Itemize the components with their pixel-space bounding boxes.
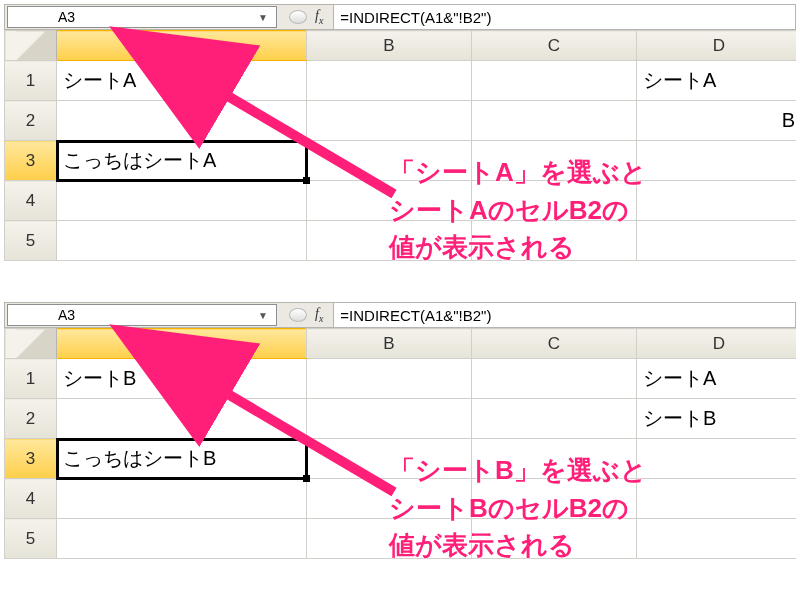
row-header-3[interactable]: 3 [5, 439, 57, 479]
formula-bar: A3 ▼ fx =INDIRECT(A1&"!B2") [4, 4, 796, 30]
cell-B3[interactable] [307, 439, 472, 479]
row-header-1[interactable]: 1 [5, 359, 57, 399]
cell-C1[interactable] [472, 61, 637, 101]
col-header-B[interactable]: B [307, 31, 472, 61]
cell-A4[interactable] [57, 479, 307, 519]
row-header-2[interactable]: 2 [5, 101, 57, 141]
cell-C3[interactable] [472, 141, 637, 181]
cell-C1[interactable] [472, 359, 637, 399]
row-header-5[interactable]: 5 [5, 519, 57, 559]
cell-D2[interactable]: B [637, 101, 801, 141]
row-header-1[interactable]: 1 [5, 61, 57, 101]
col-header-B[interactable]: B [307, 329, 472, 359]
col-header-D[interactable]: D [637, 31, 801, 61]
cell-D3[interactable] [637, 439, 801, 479]
select-all-corner[interactable] [5, 329, 57, 359]
cell-B1[interactable] [307, 359, 472, 399]
formula-text: =INDIRECT(A1&"!B2") [340, 307, 491, 324]
formula-input[interactable]: =INDIRECT(A1&"!B2") [333, 303, 795, 327]
cell-B3[interactable] [307, 141, 472, 181]
formula-buttons: fx [279, 5, 333, 29]
col-header-A[interactable]: A [57, 31, 307, 61]
cell-A1[interactable]: シートA [57, 61, 307, 101]
cell-A5[interactable] [57, 221, 307, 261]
col-header-A[interactable]: A [57, 329, 307, 359]
row-header-4[interactable]: 4 [5, 479, 57, 519]
name-box-value: A3 [58, 9, 75, 25]
cell-A3[interactable]: こっちはシートB [57, 439, 307, 479]
cell-B2[interactable] [307, 399, 472, 439]
cell-C3[interactable] [472, 439, 637, 479]
cancel-icon[interactable] [289, 10, 307, 24]
name-box-value: A3 [58, 307, 75, 323]
spreadsheet-grid-bottom[interactable]: A B C D 1 シートB シートA 2 シートB 3 こっちは [4, 328, 796, 559]
cell-A2[interactable] [57, 399, 307, 439]
cell-D3[interactable] [637, 141, 801, 181]
row-header-3[interactable]: 3 [5, 141, 57, 181]
formula-input[interactable]: =INDIRECT(A1&"!B2") [333, 5, 795, 29]
spreadsheet-grid-top[interactable]: A B C D 1 シートA シートA 2 B 3 こっちはシート [4, 30, 796, 261]
cell-B2[interactable] [307, 101, 472, 141]
cell-B1[interactable] [307, 61, 472, 101]
cell-C2[interactable] [472, 101, 637, 141]
chevron-down-icon[interactable]: ▼ [254, 12, 272, 23]
formula-bar: A3 ▼ fx =INDIRECT(A1&"!B2") [4, 302, 796, 328]
cell-C2[interactable] [472, 399, 637, 439]
row-header-4[interactable]: 4 [5, 181, 57, 221]
cell-A3[interactable]: こっちはシートA [57, 141, 307, 181]
col-header-C[interactable]: C [472, 31, 637, 61]
col-header-C[interactable]: C [472, 329, 637, 359]
cell-A4[interactable] [57, 181, 307, 221]
chevron-down-icon[interactable]: ▼ [254, 310, 272, 321]
cancel-icon[interactable] [289, 308, 307, 322]
row-header-2[interactable]: 2 [5, 399, 57, 439]
panel-top: A3 ▼ fx =INDIRECT(A1&"!B2") A B C D 1 [4, 4, 796, 302]
row-header-5[interactable]: 5 [5, 221, 57, 261]
panel-bottom: A3 ▼ fx =INDIRECT(A1&"!B2") A B C D 1 [4, 302, 796, 600]
cell-A1[interactable]: シートB [57, 359, 307, 399]
cell-D2[interactable]: シートB [637, 399, 801, 439]
cell-A5[interactable] [57, 519, 307, 559]
cell-A2[interactable] [57, 101, 307, 141]
fx-icon[interactable]: fx [315, 306, 323, 324]
fx-icon[interactable]: fx [315, 8, 323, 26]
formula-buttons: fx [279, 303, 333, 327]
name-box[interactable]: A3 ▼ [7, 6, 277, 28]
cell-D1[interactable]: シートA [637, 359, 801, 399]
col-header-D[interactable]: D [637, 329, 801, 359]
formula-text: =INDIRECT(A1&"!B2") [340, 9, 491, 26]
cell-D1[interactable]: シートA [637, 61, 801, 101]
select-all-corner[interactable] [5, 31, 57, 61]
name-box[interactable]: A3 ▼ [7, 304, 277, 326]
